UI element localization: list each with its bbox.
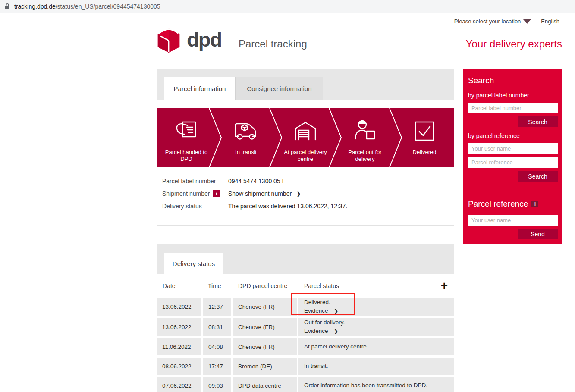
parcel-reference-title: Parcel reference i: [468, 199, 558, 209]
detail-label-text: Shipment number: [162, 190, 210, 197]
username-input-2[interactable]: [468, 215, 558, 226]
col-header-time: Time: [202, 282, 233, 289]
depot-icon: [292, 117, 318, 145]
step-in-transit: In transit: [216, 108, 276, 167]
table-row: 13.06.2022 08:31 Chenove (FR) Out for de…: [157, 318, 454, 336]
url-text[interactable]: tracking.dpd.de/status/en_US/parcel/0944…: [14, 3, 160, 10]
search-by-reference-button[interactable]: Search: [518, 171, 558, 182]
status-text: In transit.: [304, 362, 454, 370]
row-status-cell: Delivered. Evidence❯: [298, 298, 454, 316]
dpd-cube-icon: [157, 28, 181, 53]
expand-all-icon[interactable]: +: [441, 280, 454, 292]
search-sidebar: Search by parcel label number Search by …: [463, 69, 562, 244]
step-label: Delivered: [409, 149, 440, 156]
nav-separator: [449, 18, 449, 25]
sidebar-title: Search: [468, 76, 558, 85]
show-shipment-number-link[interactable]: Show shipment number ❯: [228, 190, 301, 197]
label-by-parcel-label-number: by parcel label number: [468, 92, 558, 99]
table-row: 07.06.2022 09:03 DPD data centre Order i…: [157, 377, 454, 392]
row-time: 04:08: [203, 338, 231, 355]
row-date: 07.06.2022: [157, 377, 201, 392]
show-shipment-number-text: Show shipment number: [228, 190, 292, 197]
step-label: Parcel out for delivery: [335, 149, 395, 163]
dpd-logo[interactable]: dpd: [157, 28, 221, 53]
parcel-card-tabbar: Parcel information Consignee information: [157, 69, 454, 100]
hand-parcel-icon: [173, 117, 199, 145]
location-selector-label: Please select your location: [454, 18, 521, 25]
step-at-parcel-delivery-centre: At parcel delivery centre: [276, 108, 335, 167]
row-time: 17:47: [203, 358, 231, 375]
detail-label: Shipment number i: [162, 190, 228, 197]
history-tabbar: Delivery status: [157, 244, 454, 274]
step-delivered: Delivered: [395, 108, 454, 167]
info-icon[interactable]: i: [531, 201, 538, 207]
row-date: 08.06.2022: [157, 358, 201, 375]
info-icon[interactable]: i: [213, 190, 220, 197]
col-header-status: Parcel status: [298, 282, 441, 289]
row-date: 13.06.2022: [157, 318, 201, 336]
van-icon: [232, 117, 260, 145]
sidebar-divider: [468, 191, 558, 191]
status-text: Out for delivery.: [304, 318, 454, 327]
parcel-reference-title-text: Parcel reference: [468, 199, 528, 209]
col-header-centre: DPD parcel centre: [233, 282, 298, 289]
step-label: In transit: [232, 149, 260, 156]
evidence-text: Evidence: [304, 307, 328, 314]
delivery-progress-stepper: Parcel handed to DPD In transit: [157, 108, 454, 167]
lock-icon[interactable]: [5, 3, 10, 9]
delivered-check-icon: [412, 117, 437, 145]
step-label: At parcel delivery centre: [276, 149, 335, 163]
row-time: 12:37: [203, 298, 231, 316]
chevron-right-icon: ❯: [297, 191, 301, 197]
url-path: /status/en_US/parcel/09445474130005: [56, 3, 160, 10]
language-selector[interactable]: English: [541, 18, 559, 25]
row-time: 09:03: [203, 377, 231, 392]
row-date: 11.06.2022: [157, 338, 201, 355]
row-centre: Chenove (FR): [233, 318, 297, 336]
browser-address-bar[interactable]: tracking.dpd.de/status/en_US/parcel/0944…: [0, 0, 575, 13]
parcel-label-number-value: 0944 5474 1300 05 I: [228, 178, 283, 185]
col-header-date: Date: [157, 282, 202, 289]
tab-consignee-information[interactable]: Consignee information: [236, 77, 323, 100]
delivery-status-value: The parcel was delivered 13.06.2022, 12:…: [228, 203, 347, 210]
page-title: Parcel tracking: [239, 38, 307, 50]
detail-row-shipment-number: Shipment number i Show shipment number ❯: [162, 190, 454, 197]
parcel-label-number-input[interactable]: [468, 103, 558, 113]
evidence-link[interactable]: Evidence❯: [304, 327, 454, 336]
evidence-link[interactable]: Evidence❯: [304, 307, 454, 315]
chevron-right-icon: ❯: [334, 329, 338, 334]
dpd-wordmark: dpd: [187, 29, 221, 52]
status-text: At parcel delivery centre.: [304, 342, 454, 351]
search-button[interactable]: Search: [518, 116, 558, 127]
parcel-details: Parcel label number 0944 5474 1300 05 I …: [157, 167, 454, 226]
language-label: English: [541, 18, 559, 25]
url-domain: tracking.dpd.de: [14, 3, 56, 10]
parcel-info-card: Parcel information Consignee information…: [157, 69, 454, 226]
location-selector[interactable]: Please select your location: [454, 18, 531, 25]
detail-row-delivery-status: Delivery status The parcel was delivered…: [162, 203, 454, 210]
username-input[interactable]: [468, 143, 558, 154]
courier-icon: [352, 117, 378, 145]
row-time: 08:31: [203, 318, 231, 336]
row-status-cell: Out for delivery. Evidence❯: [298, 318, 454, 336]
detail-row-label-number: Parcel label number 0944 5474 1300 05 I: [162, 178, 454, 185]
row-centre: Bremen (DE): [233, 358, 297, 375]
send-button[interactable]: Send: [518, 229, 558, 239]
tab-delivery-status[interactable]: Delivery status: [164, 253, 223, 274]
chevron-down-icon: [523, 19, 531, 24]
detail-label: Parcel label number: [162, 178, 228, 185]
top-utility-nav: Please select your location English: [449, 18, 559, 25]
nav-separator: [536, 18, 536, 25]
tab-parcel-information[interactable]: Parcel information: [164, 77, 236, 100]
row-centre: DPD data centre: [233, 377, 297, 392]
parcel-reference-input[interactable]: [468, 157, 558, 168]
row-status-cell: Order information has been transmitted t…: [298, 377, 454, 392]
tagline: Your delivery experts: [466, 38, 562, 50]
detail-label: Delivery status: [162, 203, 228, 210]
history-table-header: Date Time DPD parcel centre Parcel statu…: [157, 274, 454, 298]
status-text: Order information has been transmitted t…: [304, 381, 454, 390]
table-row: 11.06.2022 04:08 Chenove (FR) At parcel …: [157, 338, 454, 355]
label-by-parcel-reference: by parcel reference: [468, 132, 558, 139]
table-row: 08.06.2022 17:47 Bremen (DE) In transit.…: [157, 358, 454, 375]
table-row: 13.06.2022 12:37 Chenove (FR) Delivered.…: [157, 298, 454, 316]
